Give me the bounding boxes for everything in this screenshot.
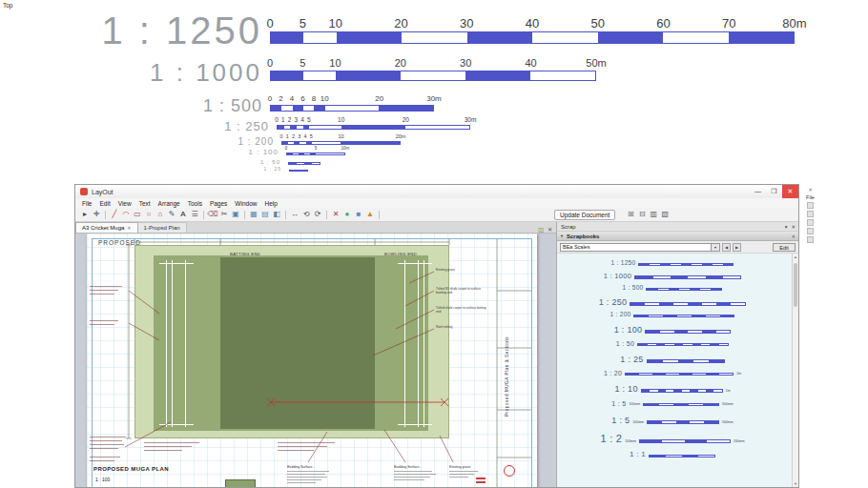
menu-help[interactable]: Help <box>260 200 280 207</box>
flip-icon[interactable]: ↔ <box>289 209 300 220</box>
collapse-panel-icon[interactable]: ⊟ <box>636 209 648 220</box>
menu-tools[interactable]: Tools <box>184 200 206 207</box>
circle-tool-icon[interactable]: ○ <box>143 209 155 220</box>
scrapbook-scale-item[interactable]: 1 : 200 <box>557 312 788 318</box>
undo-icon[interactable]: ⟲ <box>300 209 312 220</box>
layers-icon[interactable]: ▤ <box>259 209 271 220</box>
crease-line <box>398 263 432 264</box>
scrapbooks-section-header[interactable]: ▼ Scrapbooks ✕ <box>557 232 798 241</box>
rectangle-tool-icon[interactable]: ▭ <box>132 209 143 220</box>
scrapbook-scale-item[interactable]: 1 : 1000 <box>557 273 788 280</box>
strip-icon[interactable] <box>807 228 814 234</box>
scrapbook-scale-item[interactable]: 1 : 50 <box>557 340 788 347</box>
window-titlebar[interactable]: LayOut — ❐ ✕ <box>75 185 798 198</box>
menu-text[interactable]: Text <box>135 200 155 207</box>
titleblock-title: Proposed MUGA Plan & Sections <box>505 254 509 417</box>
scale-bar <box>270 105 434 112</box>
menu-window[interactable]: Window <box>231 200 260 207</box>
pencil-tool-icon[interactable]: ✎ <box>166 209 177 220</box>
scroll-down-icon[interactable]: ▼ <box>793 481 798 486</box>
move-icon[interactable]: ✛ <box>91 209 102 220</box>
annotation-placeholder <box>144 442 199 443</box>
tab-close-icon[interactable]: ✕ <box>127 223 131 233</box>
minimize-button[interactable]: — <box>750 185 766 198</box>
scrapbook-scale-item[interactable]: 1 : 5100mm500mm <box>557 400 788 407</box>
menu-file[interactable]: File <box>78 200 95 207</box>
select-arrow-icon[interactable]: ▸ <box>79 209 91 220</box>
arc-tool-icon[interactable]: ◠ <box>120 209 132 220</box>
split-view-icon[interactable]: ◫ <box>538 226 544 233</box>
split-tool-icon[interactable]: ✂ <box>218 209 230 220</box>
scrollbar[interactable]: ▲ ▼ <box>792 254 798 487</box>
scale-tick-label: 20 <box>403 117 409 124</box>
prev-page-button[interactable]: ◀ <box>722 243 731 252</box>
close-section-icon[interactable]: ✕ <box>792 234 796 239</box>
next-page-button[interactable]: ▶ <box>733 243 741 252</box>
close-button[interactable]: ✕ <box>782 185 798 198</box>
shape-icon[interactable]: ■ <box>353 209 364 220</box>
toolbar-separator <box>203 211 204 219</box>
edit-button[interactable]: Edit <box>773 243 796 252</box>
scrapbook-scale-item[interactable]: 1 : 1 <box>557 451 788 458</box>
erase-tool-icon[interactable]: ⌫ <box>207 209 218 220</box>
strip-icon[interactable] <box>807 202 814 209</box>
menu-edit[interactable]: Edit <box>95 200 114 207</box>
polygon-tool-icon[interactable]: ⌂ <box>155 209 166 220</box>
scrapbook-scale-item[interactable]: 1 : 250 <box>557 298 788 307</box>
menu-view[interactable]: View <box>114 200 135 207</box>
panel-toggle-icon[interactable]: ⊞ <box>625 209 636 220</box>
scale-tick-label: 0 <box>268 95 272 103</box>
scale-ratio-label: 1 : 50 <box>616 340 634 347</box>
scale-tick-label: 30m <box>465 117 477 124</box>
tab-a3-cricket-muga[interactable]: A3 Cricket Muga ✕ <box>75 222 138 233</box>
paper-sheet[interactable]: PROPOSED <box>87 234 537 487</box>
annotation-placeholder <box>394 477 430 478</box>
scrapbook-scale-item[interactable]: 1 : 25 <box>557 356 788 364</box>
annotation-placeholder <box>476 478 486 479</box>
annotation-placeholder <box>144 446 192 447</box>
drawing-canvas[interactable]: PROPOSED <box>75 234 556 487</box>
fill-icon[interactable]: ◧ <box>271 209 282 220</box>
columns-view-icon[interactable]: ▧ <box>659 209 671 220</box>
pattern-fill-icon[interactable]: ▦ <box>248 209 259 220</box>
line-tool-icon[interactable]: ╱ <box>109 209 120 220</box>
scrapbook-scale-item[interactable]: 1 : 2100mm200mm <box>557 434 788 444</box>
scrapbook-select[interactable]: BEa Scales ▾ <box>560 243 720 252</box>
tab-propsd-plan[interactable]: 1-Propsd Plan <box>138 222 187 233</box>
scale-ratio-label: 1 : 5 <box>611 400 626 407</box>
menu-pages[interactable]: Pages <box>206 200 231 207</box>
scrapbook-scale-item[interactable]: 1 : 100 <box>557 326 788 335</box>
collapse-panel-icon[interactable]: ▾ <box>785 224 788 230</box>
maximize-button[interactable]: ❐ <box>766 185 782 198</box>
scrapbook-content[interactable]: 1 : 12501 : 10001 : 5001 : 2501 : 2001 :… <box>557 254 798 487</box>
scrapbook-scale-item[interactable]: 1 : 5100mm500mm <box>557 417 788 425</box>
strip-icon[interactable] <box>807 219 814 226</box>
strip-icon[interactable] <box>807 211 814 217</box>
redo-icon[interactable]: ⟳ <box>312 209 323 220</box>
strip-icon[interactable] <box>807 236 814 243</box>
text-tool-icon[interactable]: A <box>177 209 189 220</box>
close-panel-icon[interactable]: ✕ <box>791 224 796 230</box>
scrapbook-scale-item[interactable]: 1 : 1250 <box>557 260 788 267</box>
style-tool-icon[interactable]: ▣ <box>230 209 241 220</box>
delete-icon[interactable]: ✕ <box>330 209 341 220</box>
update-document-button[interactable]: Update Document <box>554 210 615 220</box>
close-icon[interactable]: ✕ <box>808 187 812 193</box>
annotation-placeholder <box>90 460 114 461</box>
warning-icon[interactable]: ▲ <box>364 209 376 220</box>
pitch-center <box>220 257 375 429</box>
scale-unit-label: 500mm <box>722 421 734 425</box>
label-tool-icon[interactable]: ☰ <box>189 209 200 220</box>
scroll-up-icon[interactable]: ▲ <box>793 254 798 259</box>
menu-arrange[interactable]: Arrange <box>155 200 184 207</box>
list-view-icon[interactable]: ▥ <box>648 209 659 220</box>
scrapbook-scale-item[interactable]: 1 : 500 <box>557 285 788 292</box>
scrollbar-thumb[interactable] <box>794 263 797 307</box>
scale-bar <box>645 330 731 334</box>
scrapbook-scale-item[interactable]: 1 : 202m <box>557 370 788 376</box>
close-doc-icon[interactable]: ✕ <box>548 226 552 233</box>
color-icon[interactable]: ● <box>341 209 353 220</box>
scrapbook-scale-item[interactable]: 1 : 101m <box>557 385 788 394</box>
scale-ratio-label: 1 : 1250 <box>101 11 262 50</box>
scale-tick-label: 4 <box>303 134 306 140</box>
